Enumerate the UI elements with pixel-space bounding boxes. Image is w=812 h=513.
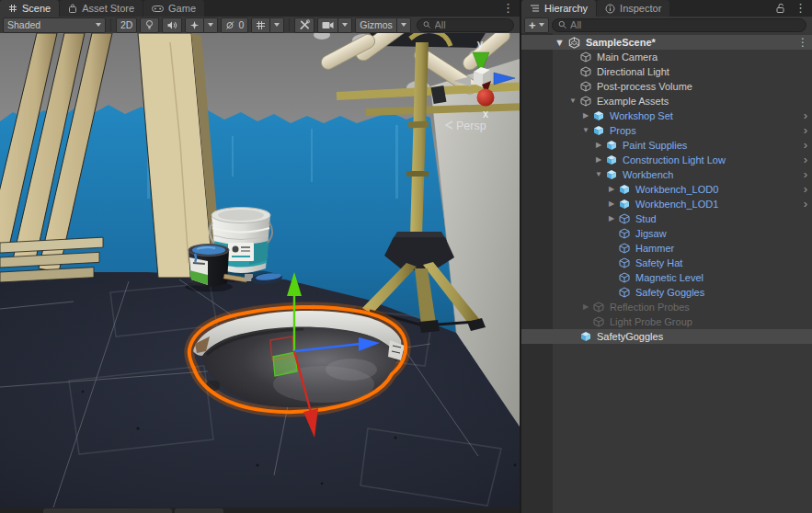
hierarchy-row-construction-light-low[interactable]: ▶Construction Light Low› [521,153,812,167]
toolbar-separator [289,18,290,31]
hierarchy-item-label: Main Camera [597,50,658,64]
hierarchy-item-label: Paint Supplies [623,138,687,153]
tab-scene-label: Scene [22,3,51,14]
hierarchy-row-magnetic-level[interactable]: Magnetic Level [521,270,812,285]
expander-arrow[interactable]: ▶ [580,300,591,314]
gizmos-dropdown-button[interactable] [397,17,411,33]
tab-hierarchy[interactable]: Hierarchy [521,0,596,17]
scene-toolbar: Shaded 2D 0 [0,17,520,34]
hierarchy-row-example-assets[interactable]: ▼Example Assets [521,94,812,108]
bottom-panel-edge [0,507,520,513]
component-tools-button[interactable] [294,17,315,33]
hierarchy-item-label: Safety Hat [635,256,682,270]
lightbulb-icon [144,19,154,30]
hierarchy-item-label: Light Probe Group [610,314,692,329]
hierarchy-row-workbench-lod1[interactable]: ▶Workbench_LOD1› [521,197,812,211]
hierarchy-row-safety-goggles[interactable]: Safety Goggles [521,285,812,300]
hierarchy-row-safety-hat[interactable]: Safety Hat [521,256,812,270]
expander-arrow[interactable]: ▼ [593,167,604,182]
hierarchy-row-jigsaw[interactable]: Jigsaw [521,226,812,241]
effects-dropdown-button[interactable] [204,17,218,33]
scene-panel: Scene Asset Store Game ⋮ Shaded 2D [0,0,520,513]
persp-label[interactable]: Persp [456,120,486,132]
tab-asset-store[interactable]: Asset Store [60,0,143,17]
wood-pallet[interactable] [0,237,103,282]
expander-arrow[interactable]: ▶ [606,211,617,226]
chevron-down-icon [96,23,101,27]
scene-panel-menu-kebab-icon[interactable]: ⋮ [497,0,520,17]
gizmos-toggle-button[interactable]: Gizmos [355,17,397,33]
hierarchy-menu-kebab-icon[interactable]: ⋮ [789,0,812,17]
effects-star-icon [189,20,200,30]
expander-arrow[interactable]: ▶ [580,108,591,123]
paint-can[interactable] [185,245,233,292]
tab-scene[interactable]: Scene [0,0,59,17]
tab-game[interactable]: Game [143,0,204,17]
camera-settings-button[interactable] [317,17,338,33]
hierarchy-panel: Hierarchy Inspector ⋮ + [521,0,812,513]
hierarchy-toolbar: + [521,17,812,34]
prefab-open-chevron-icon[interactable]: › [804,182,807,196]
hierarchy-row-workbench-lod0[interactable]: ▶Workbench_LOD0› [521,182,812,197]
camera-dropdown-button[interactable] [338,17,352,33]
expander-arrow[interactable]: ▶ [606,182,617,197]
hierarchy-search-field[interactable] [552,18,806,32]
scene-menu-kebab-icon[interactable]: ⋮ [797,35,808,50]
hierarchy-row-light-probe-group[interactable]: Light Probe Group [521,314,812,329]
prefab-open-chevron-icon[interactable]: › [804,138,807,152]
create-object-button[interactable]: + [524,17,549,33]
prefab-open-chevron-icon[interactable]: › [804,153,807,166]
scene-header-row[interactable]: ▼ SampleScene* ⋮ [521,35,812,50]
grid-snap-button[interactable] [251,17,270,33]
camera-icon [322,21,334,29]
unlock-icon[interactable] [775,3,785,14]
hierarchy-row-safetygoggles[interactable]: SafetyGoggles [521,329,812,344]
expander-arrow[interactable]: ▶ [606,197,617,211]
hierarchy-tree: ▼ SampleScene* ⋮ Main CameraDirectional … [521,33,812,513]
expander-arrow[interactable]: ▼ [580,123,591,138]
shading-mode-dropdown[interactable]: Shaded [3,17,106,33]
hierarchy-row-workbench[interactable]: ▼Workbench› [521,167,812,182]
hierarchy-row-hammer[interactable]: Hammer [521,241,812,256]
expander-arrow[interactable]: ▶ [593,153,604,167]
hierarchy-row-post-process-volume[interactable]: Post-process Volume [521,79,812,94]
grid-snap-dropdown-button[interactable] [270,17,284,33]
hierarchy-row-main-camera[interactable]: Main Camera [521,50,812,64]
hierarchy-row-paint-supplies[interactable]: ▶Paint Supplies› [521,138,812,153]
hierarchy-item-label: Workbench_LOD1 [635,197,718,211]
scene-search-input[interactable] [435,19,509,30]
hierarchy-search-input[interactable] [570,19,800,30]
chevron-down-icon [274,23,280,27]
prefab-open-chevron-icon[interactable]: › [804,123,807,137]
hierarchy-row-workshop-set[interactable]: ▶Workshop Set› [521,108,812,123]
tab-asset-store-label: Asset Store [82,3,134,14]
gizmo-x-sphere[interactable] [477,89,495,107]
bottom-tab[interactable] [43,508,172,513]
scene-viewport[interactable]: y z x Persp [0,33,520,507]
scene-visibility-button[interactable]: 0 [221,17,248,33]
expander-arrow[interactable]: ▼ [567,94,578,108]
tab-inspector[interactable]: Inspector [597,0,669,17]
search-icon [558,20,566,29]
audio-toggle-button[interactable] [162,17,182,33]
hierarchy-item-label: Directional Light [597,64,669,79]
hierarchy-row-props[interactable]: ▼Props› [521,123,812,138]
2d-toggle-button[interactable]: 2D [116,17,137,33]
snap-grid-icon [256,20,266,30]
hierarchy-row-stud[interactable]: ▶Stud [521,211,812,226]
scene-search-field[interactable] [417,18,514,32]
lighting-toggle-button[interactable] [140,17,159,33]
effects-toggle-button[interactable] [185,17,204,33]
hierarchy-row-directional-light[interactable]: Directional Light [521,64,812,79]
prefab-open-chevron-icon[interactable]: › [804,197,807,211]
lens-highlight-2 [326,359,377,381]
expander-arrow[interactable]: ▶ [593,138,604,153]
move-plane-xz-handle[interactable] [273,352,297,376]
prefab-open-chevron-icon[interactable]: › [804,167,807,181]
bottom-tab[interactable] [175,508,223,513]
prefab-open-chevron-icon[interactable]: › [804,108,807,122]
plus-icon: + [529,19,536,31]
grid-icon [8,4,17,13]
hierarchy-row-reflection-probes[interactable]: ▶Reflection Probes [521,300,812,314]
info-icon [605,4,615,14]
